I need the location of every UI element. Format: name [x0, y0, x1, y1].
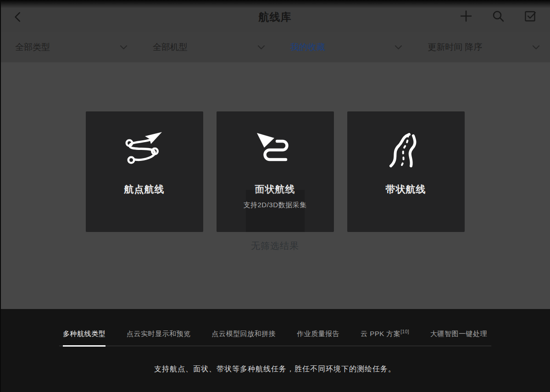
tab-pointcloud-live[interactable]: 点云实时显示和预览	[127, 330, 191, 347]
waypoint-route-icon	[122, 128, 167, 172]
background-artifact	[246, 190, 305, 232]
tab-label: 云 PPK 方案	[361, 330, 400, 337]
card-subtitle: 支持2D/3D数据采集	[243, 201, 306, 210]
feature-footer: 多种航线类型 点云实时显示和预览 点云模型回放和拼接 作业质量报告 云 PPK …	[0, 309, 550, 392]
feature-description: 支持航点、面状、带状等多种航线任务，胜任不同环境下的测绘任务。	[0, 364, 550, 374]
filter-label: 更新时间 降序	[428, 41, 482, 53]
search-button[interactable]	[491, 9, 505, 23]
tab-route-types[interactable]: 多种航线类型	[63, 330, 106, 347]
empty-state-text: 无筛选结果	[0, 240, 550, 252]
card-title: 航点航线	[124, 183, 165, 196]
filter-label: 我的收藏	[290, 41, 325, 53]
header-bar: 航线库	[0, 0, 550, 32]
tab-pointcloud-replay[interactable]: 点云模型回放和拼接	[211, 330, 276, 347]
chevron-down-icon	[257, 45, 265, 50]
magnifier-icon	[492, 10, 505, 22]
tab-cloud-ppk[interactable]: 云 PPK 方案[10]	[361, 329, 409, 347]
plus-icon	[460, 10, 472, 22]
tab-quality-report[interactable]: 作业质量报告	[297, 330, 339, 347]
filter-all-types[interactable]: 全部类型	[0, 32, 138, 62]
card-corridor-route[interactable]: 带状航线	[347, 111, 465, 232]
route-type-cards: 航点航线 面状航线 支持2D/3D数据采集 带状航线	[0, 62, 550, 232]
filter-my-favorites[interactable]: 我的收藏	[275, 32, 413, 62]
multi-select-button[interactable]	[523, 9, 537, 23]
chevron-down-icon	[532, 45, 540, 50]
chevron-down-icon	[394, 45, 402, 50]
main-content: 航点航线 面状航线 支持2D/3D数据采集 带状航线	[0, 62, 550, 309]
card-area-route[interactable]: 面状航线 支持2D/3D数据采集	[217, 111, 334, 232]
filter-sort-order[interactable]: 更新时间 降序	[412, 32, 550, 62]
feature-tabs: 多种航线类型 点云实时显示和预览 点云模型回放和拼接 作业质量报告 云 PPK …	[59, 309, 491, 346]
tab-terra-processing[interactable]: 大疆智图一键处理	[430, 330, 487, 347]
area-route-icon	[253, 128, 297, 172]
filter-bar: 全部类型 全部机型 我的收藏 更新时间 降序	[0, 32, 550, 62]
card-title: 带状航线	[386, 183, 426, 196]
card-waypoint-route[interactable]: 航点航线	[86, 111, 203, 232]
tab-superscript: [10]	[400, 329, 409, 334]
filter-all-models[interactable]: 全部机型	[138, 32, 275, 62]
filter-label: 全部机型	[153, 41, 188, 53]
corridor-route-icon	[384, 128, 428, 172]
filter-label: 全部类型	[15, 41, 50, 53]
left-edge	[0, 0, 1, 392]
card-title: 面状航线	[255, 183, 295, 196]
checkbox-check-icon	[524, 10, 537, 22]
chevron-down-icon	[120, 45, 128, 50]
route-library-screen: 航线库 全部类	[0, 0, 550, 392]
header-actions	[459, 0, 537, 32]
add-route-button[interactable]	[459, 9, 473, 23]
